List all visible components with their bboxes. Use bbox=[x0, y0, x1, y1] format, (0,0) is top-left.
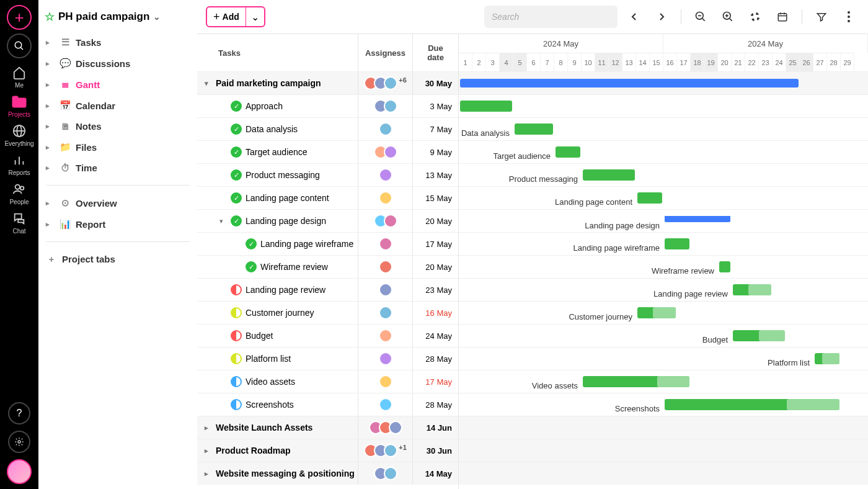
sidebar-files[interactable]: ▸📁Files bbox=[43, 137, 192, 157]
settings-button[interactable] bbox=[8, 431, 30, 453]
sidebar-project-tabs[interactable]: +Project tabs bbox=[43, 249, 192, 269]
gantt-bar[interactable]: Platform list bbox=[815, 353, 839, 364]
task-row[interactable]: ▾✓Landing page design20 May bbox=[197, 209, 458, 232]
rail-people[interactable]: People bbox=[4, 179, 33, 208]
filter-icon[interactable] bbox=[811, 6, 832, 27]
rail-reports[interactable]: Reports bbox=[4, 150, 33, 179]
zoom-out-icon[interactable] bbox=[690, 6, 711, 27]
task-row[interactable]: ▸Website messaging & positioning14 May bbox=[197, 462, 458, 485]
due-date[interactable]: 15 May bbox=[413, 187, 458, 209]
rail-everything[interactable]: Everything bbox=[4, 120, 33, 150]
rail-projects[interactable]: Projects bbox=[4, 91, 33, 120]
assignee-stack[interactable] bbox=[379, 122, 392, 136]
assignee-stack[interactable] bbox=[379, 168, 392, 182]
task-row[interactable]: ✓Product messaging13 May bbox=[197, 163, 458, 186]
task-row[interactable]: Screenshots28 May bbox=[197, 393, 458, 416]
gantt-bar[interactable]: Landing page review bbox=[733, 284, 771, 295]
assignee-stack[interactable] bbox=[374, 145, 397, 159]
gantt-bar[interactable]: Customer journey bbox=[637, 307, 676, 318]
sidebar-gantt[interactable]: ▸≣Gantt bbox=[43, 74, 192, 94]
assignee-stack[interactable] bbox=[379, 329, 392, 343]
gantt-bar[interactable]: Product messaging bbox=[583, 169, 635, 181]
task-row[interactable]: Platform list28 May bbox=[197, 347, 458, 370]
task-row[interactable]: ✓Wireframe review20 May bbox=[197, 255, 458, 278]
due-date[interactable]: 30 Jun bbox=[413, 439, 458, 462]
due-date[interactable]: 7 May bbox=[413, 118, 458, 140]
task-row[interactable]: ✓Approach3 May bbox=[197, 94, 458, 117]
more-icon[interactable] bbox=[838, 6, 859, 27]
due-date[interactable]: 16 May bbox=[413, 302, 458, 324]
due-date[interactable]: 3 May bbox=[413, 95, 458, 117]
add-button[interactable]: +Add ⌄ bbox=[206, 6, 265, 27]
assignee-stack[interactable] bbox=[374, 214, 397, 228]
global-search-button[interactable] bbox=[7, 34, 32, 58]
gantt-bar[interactable]: Video assets bbox=[583, 376, 689, 387]
assignee-stack[interactable]: +1 bbox=[364, 444, 407, 457]
assignee-stack[interactable] bbox=[369, 421, 402, 434]
sidebar-report[interactable]: ▸📊Report bbox=[43, 214, 192, 234]
assignee-stack[interactable] bbox=[379, 375, 392, 388]
assignee-stack[interactable] bbox=[379, 352, 392, 366]
gantt-bar[interactable]: Landing page content bbox=[637, 192, 662, 204]
sidebar-discussions[interactable]: ▸💬Discussions bbox=[43, 53, 192, 73]
task-row[interactable]: ✓Target audience9 May bbox=[197, 140, 458, 163]
collapse-icon[interactable] bbox=[745, 6, 766, 27]
gantt-bar[interactable]: Target audience bbox=[556, 146, 580, 158]
assignee-stack[interactable] bbox=[374, 99, 397, 113]
due-date[interactable]: 9 May bbox=[413, 141, 458, 163]
next-button[interactable] bbox=[651, 6, 672, 27]
global-add-button[interactable]: + bbox=[7, 5, 32, 30]
search-input[interactable]: Search bbox=[484, 6, 618, 28]
task-row[interactable]: Landing page review23 May bbox=[197, 278, 458, 301]
assignee-stack[interactable] bbox=[374, 467, 397, 480]
sidebar-calendar[interactable]: ▸📅Calendar bbox=[43, 96, 192, 115]
due-date[interactable]: 24 May bbox=[413, 325, 458, 347]
due-date[interactable]: 17 May bbox=[413, 370, 458, 393]
assignee-stack[interactable] bbox=[379, 237, 392, 251]
assignee-stack[interactable]: +6 bbox=[364, 76, 407, 90]
gantt-chart[interactable]: 2024 May2024 May 12345678910111213141516… bbox=[459, 34, 868, 489]
due-date[interactable]: 30 May bbox=[413, 72, 458, 94]
today-icon[interactable] bbox=[772, 6, 793, 27]
rail-me[interactable]: Me bbox=[4, 62, 33, 91]
project-title[interactable]: ☆ PH paid campaign ⌄ bbox=[43, 7, 192, 32]
col-header-tasks[interactable]: Tasks bbox=[197, 34, 358, 71]
sidebar-time[interactable]: ▸⏱Time bbox=[43, 158, 192, 177]
col-header-assignees[interactable]: Assigness bbox=[358, 34, 413, 71]
task-row[interactable]: ▸Product Roadmap+130 Jun bbox=[197, 439, 458, 462]
assignee-stack[interactable] bbox=[379, 398, 392, 411]
gantt-bar[interactable]: Wireframe review bbox=[719, 261, 730, 272]
prev-button[interactable] bbox=[624, 6, 645, 27]
task-row[interactable]: ✓Landing page wireframe17 May bbox=[197, 232, 458, 255]
sidebar-notes[interactable]: ▸🗎Notes bbox=[43, 117, 192, 136]
add-dropdown[interactable]: ⌄ bbox=[246, 7, 264, 26]
due-date[interactable]: 14 Jun bbox=[413, 416, 458, 439]
task-row[interactable]: ✓Landing page content15 May bbox=[197, 186, 458, 209]
gantt-bar[interactable]: Data analysis bbox=[515, 123, 553, 135]
star-icon[interactable]: ☆ bbox=[45, 10, 55, 24]
due-date[interactable]: 20 May bbox=[413, 210, 458, 232]
due-date[interactable]: 14 May bbox=[413, 462, 458, 485]
gantt-bar[interactable]: Budget bbox=[733, 330, 785, 341]
assignee-stack[interactable] bbox=[379, 306, 392, 320]
gantt-bar[interactable]: Screenshots bbox=[665, 399, 839, 410]
user-avatar[interactable] bbox=[7, 459, 32, 484]
task-row[interactable]: Budget24 May bbox=[197, 324, 458, 347]
assignee-stack[interactable] bbox=[379, 260, 392, 274]
sidebar-tasks[interactable]: ▸☰Tasks bbox=[43, 32, 192, 52]
due-date[interactable]: 13 May bbox=[413, 164, 458, 186]
gantt-bar[interactable] bbox=[460, 101, 512, 112]
gantt-bar[interactable]: Landing page wireframe bbox=[665, 238, 689, 249]
due-date[interactable]: 28 May bbox=[413, 393, 458, 416]
due-date[interactable]: 17 May bbox=[413, 233, 458, 255]
task-row[interactable]: Video assets17 May bbox=[197, 370, 458, 393]
task-row[interactable]: ▸Website Launch Assets14 Jun bbox=[197, 416, 458, 439]
help-button[interactable]: ? bbox=[8, 402, 30, 424]
assignee-stack[interactable] bbox=[379, 191, 392, 205]
sidebar-overview[interactable]: ▸⊙Overview bbox=[43, 193, 192, 213]
due-date[interactable]: 28 May bbox=[413, 348, 458, 370]
task-row[interactable]: ▾Paid marketing campaign+630 May bbox=[197, 71, 458, 94]
due-date[interactable]: 20 May bbox=[413, 256, 458, 278]
due-date[interactable]: 23 May bbox=[413, 279, 458, 301]
gantt-bar[interactable]: Landing page design bbox=[665, 216, 730, 222]
